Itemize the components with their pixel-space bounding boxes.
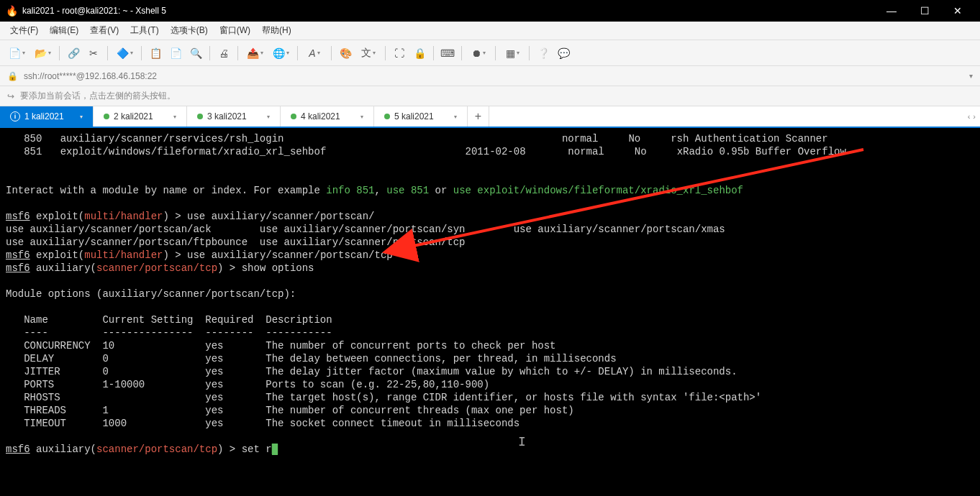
minimize-button[interactable]: — — [875, 0, 908, 22]
disconnect-button[interactable]: ✂ — [84, 44, 103, 63]
address-text: ssh://root*****@192.168.46.158:22 — [24, 71, 969, 81]
lock-button[interactable]: 🔒 — [410, 44, 429, 63]
hint-path: use exploit/windows/fileformat/xradio_xr… — [453, 185, 743, 196]
tab-dropdown-icon[interactable]: ▾ — [454, 114, 457, 120]
tab-1[interactable]: i 1 kali2021 ▾ — [0, 106, 94, 127]
table-row: THREADS 1 yes The number of concurrent t… — [6, 405, 574, 416]
row-num: 850 — [6, 133, 60, 144]
toolbar-separator — [59, 46, 60, 60]
window-controls: — ☐ ✕ — [875, 0, 974, 22]
desc: xRadio 0.95b Buffer Overflow — [677, 146, 846, 157]
toolbar-separator — [107, 46, 108, 60]
tab-label: 1 kali2021 — [24, 111, 64, 121]
prompt-msf: msf6 — [6, 262, 30, 274]
table-header: Name Current Setting Required Descriptio… — [6, 314, 332, 326]
date: 2011-02-08 — [466, 146, 526, 157]
desc: rsh Authentication Scanner — [671, 133, 827, 144]
command: show options — [242, 262, 314, 274]
info-text: 要添加当前会话，点击左侧的箭头按钮。 — [20, 90, 176, 102]
paste-button[interactable]: 📄 — [166, 44, 185, 63]
check: No — [635, 146, 647, 157]
feedback-button[interactable]: 💬 — [554, 44, 573, 63]
hint-info: info 851 — [326, 185, 374, 196]
close-button[interactable]: ✕ — [941, 0, 974, 22]
tab-dropdown-icon[interactable]: ▾ — [267, 114, 270, 120]
interact-text: Interact with a module by name or index.… — [6, 185, 326, 196]
reconnect-button[interactable]: 🔗 — [64, 44, 83, 63]
lock-icon: 🔒 — [7, 71, 18, 81]
open-session-button[interactable]: 📂▾ — [30, 44, 55, 63]
status-dot-icon — [384, 114, 390, 119]
check: No — [628, 133, 640, 144]
info-arrow-icon[interactable]: ↪ — [7, 91, 14, 101]
menu-edit[interactable]: 编辑(E) — [44, 22, 84, 39]
tab-nav: ‹ › — [968, 106, 976, 127]
layout-button[interactable]: ▦▾ — [500, 44, 525, 63]
copy-button[interactable]: 📋 — [146, 44, 165, 63]
font-button[interactable]: A▾ — [302, 44, 327, 63]
tab-strip: i 1 kali2021 ▾ 2 kali2021 ▾ 3 kali2021 ▾… — [0, 106, 980, 128]
toolbar-separator — [433, 46, 434, 60]
status-dot-icon — [197, 114, 203, 119]
toolbar-separator — [297, 46, 298, 60]
color-button[interactable]: 🎨 — [336, 44, 355, 63]
web-button[interactable]: 🌐▾ — [268, 44, 293, 63]
table-row: TIMEOUT 1000 yes The socket connect time… — [6, 418, 520, 429]
prompt-context: scanner/portscan/tcp — [96, 262, 217, 274]
new-session-button[interactable]: 📄▾ — [4, 44, 29, 63]
properties-button[interactable]: 🔷▾ — [112, 44, 137, 63]
table-row: CONCURRENCY 10 yes The number of concurr… — [6, 340, 556, 352]
tab-next-icon[interactable]: › — [973, 112, 976, 121]
table-divider: ---- --------------- -------- ----------… — [6, 327, 332, 339]
menu-tabs[interactable]: 选项卡(B) — [165, 22, 214, 39]
record-button[interactable]: ⏺▾ — [466, 44, 491, 63]
row-num: 851 — [6, 146, 60, 157]
completion: use auxiliary/scanner/portscan/syn — [260, 224, 514, 235]
address-bar[interactable]: 🔒 ssh://root*****@192.168.46.158:22 ▾ — [0, 66, 980, 86]
module-path: exploit/windows/fileformat/xradio_xrl_se… — [60, 146, 327, 157]
prompt-msf: msf6 — [6, 211, 30, 222]
tab-3[interactable]: 3 kali2021 ▾ — [187, 106, 281, 127]
mouse-text-cursor-icon: I — [518, 436, 526, 449]
find-button[interactable]: 🔍 — [186, 44, 205, 63]
module-options-header: Module options (auxiliary/scanner/portsc… — [6, 288, 296, 300]
tab-2[interactable]: 2 kali2021 ▾ — [94, 106, 187, 127]
prompt-context: multi/handler — [84, 211, 163, 222]
prompt-context: scanner/portscan/tcp — [96, 444, 217, 455]
prompt-context: multi/handler — [84, 249, 163, 261]
annotation-arrow — [0, 128, 980, 496]
tab-label: 3 kali2021 — [207, 111, 247, 121]
info-icon: i — [10, 111, 20, 121]
print-button[interactable]: 🖨 — [214, 44, 233, 63]
menu-view[interactable]: 查看(V) — [84, 22, 124, 39]
terminal[interactable]: 850 auxiliary/scanner/rservices/rsh_logi… — [0, 128, 980, 496]
command: use auxiliary/scanner/portscan/ — [187, 211, 374, 222]
maximize-button[interactable]: ☐ — [908, 0, 941, 22]
tab-prev-icon[interactable]: ‹ — [968, 112, 971, 121]
tab-dropdown-icon[interactable]: ▾ — [360, 114, 363, 120]
address-dropdown-icon[interactable]: ▾ — [969, 72, 973, 80]
keyboard-button[interactable]: ⌨ — [438, 44, 457, 63]
tab-dropdown-icon[interactable]: ▾ — [80, 114, 83, 120]
menu-tools[interactable]: 工具(T) — [124, 22, 164, 39]
tab-4[interactable]: 4 kali2021 ▾ — [281, 106, 374, 127]
toolbar-separator — [141, 46, 142, 60]
transfer-button[interactable]: 📤▾ — [242, 44, 267, 63]
rank: normal — [562, 133, 598, 144]
window-title: kali2021 - root@kali2021: ~ - Xshell 5 — [22, 6, 875, 16]
table-row: DELAY 0 yes The delay between connection… — [6, 353, 617, 364]
toolbar-separator — [331, 46, 332, 60]
add-tab-button[interactable]: + — [468, 106, 489, 127]
menu-help[interactable]: 帮助(H) — [256, 22, 297, 39]
toolbar-separator — [461, 46, 462, 60]
menu-window[interactable]: 窗口(W) — [214, 22, 256, 39]
prompt-msf: msf6 — [6, 444, 30, 455]
rank: normal — [568, 146, 604, 157]
help-button[interactable]: ❔ — [534, 44, 553, 63]
menu-file[interactable]: 文件(F) — [4, 22, 44, 39]
encoding-button[interactable]: 文▾ — [356, 44, 381, 63]
toolbar-separator — [495, 46, 496, 60]
tab-dropdown-icon[interactable]: ▾ — [173, 114, 176, 120]
fullscreen-button[interactable]: ⛶ — [390, 44, 409, 63]
tab-5[interactable]: 5 kali2021 ▾ — [374, 106, 468, 127]
